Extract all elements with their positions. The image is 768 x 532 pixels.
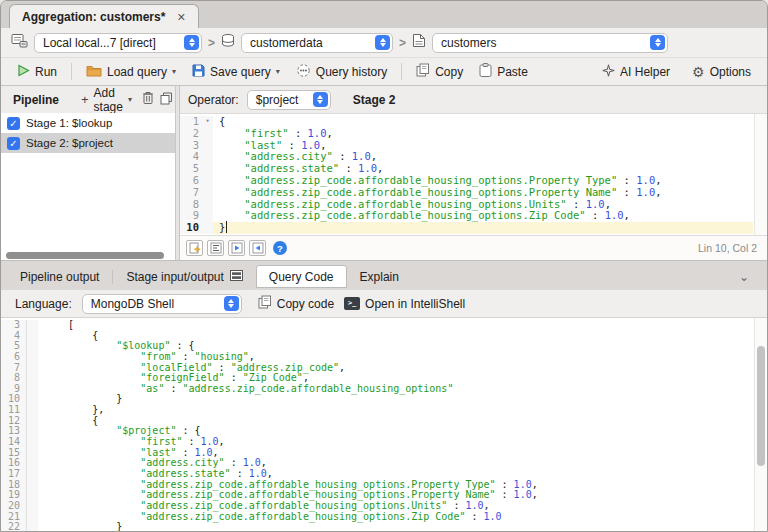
collection-select[interactable]: customers (432, 33, 668, 53)
terminal-icon: >_ (344, 297, 360, 310)
cursor-position-status: Lin 10, Col 2 (698, 242, 757, 254)
tab-title: Aggregation: customers* (22, 10, 165, 24)
fold-gutter (27, 394, 38, 405)
database-icon (221, 33, 235, 52)
tab-stage-input-output[interactable]: Stage input/output (113, 265, 255, 288)
pipeline-panel-header: Pipeline + Add stage ▾ (1, 86, 175, 113)
collection-icon (412, 33, 426, 52)
line-number[interactable]: 17 (1, 469, 27, 480)
stage-code-editor[interactable]: 1▾{2 "first" : 1.0,3 "last" : 1.0,4 "add… (180, 113, 767, 235)
chevron-down-icon[interactable]: ⌄ (739, 270, 749, 284)
add-stage-button[interactable]: + Add stage ▾ (79, 84, 134, 116)
copy-code-button[interactable]: Copy code (258, 295, 334, 312)
stage-list: ✓ Stage 1: $lookup ✓ Stage 2: $project (1, 113, 175, 250)
pipeline-panel: Pipeline + Add stage ▾ ✓ Stage 1: $looku… (1, 86, 176, 260)
paste-button[interactable]: Paste (473, 60, 534, 83)
line-number[interactable]: 10 (180, 222, 202, 234)
language-select[interactable]: MongoDB Shell (82, 294, 242, 314)
run-label: Run (35, 65, 57, 79)
duplicate-stage-icon[interactable] (160, 92, 173, 108)
fold-gutter (27, 501, 38, 512)
code-line[interactable]: 9 "address.zip_code.affordable_housing_o… (180, 210, 753, 222)
copy-label: Copy (435, 65, 463, 79)
code-text: [ (38, 320, 753, 331)
toolbar-separator (71, 63, 72, 80)
horizontal-scrollbar-thumb[interactable] (6, 252, 164, 259)
horizontal-scrollbar[interactable] (1, 250, 175, 260)
fold-gutter (27, 416, 38, 427)
fold-gutter (202, 163, 213, 175)
stage-label: Stage 2: $project (26, 137, 113, 149)
save-icon (192, 64, 205, 80)
connection-icon (11, 33, 28, 52)
options-button[interactable]: ⚙ Options (686, 62, 757, 82)
line-number[interactable]: 6 (180, 175, 202, 187)
code-line[interactable]: 3 [ (1, 320, 753, 331)
line-number[interactable]: 6 (1, 352, 27, 363)
fold-gutter (202, 128, 213, 140)
line-number[interactable]: 20 (1, 501, 27, 512)
query-history-button[interactable]: Query history (290, 60, 393, 84)
folder-icon (86, 64, 102, 80)
format-code-icon[interactable] (207, 240, 224, 256)
line-number[interactable]: 2 (180, 128, 202, 140)
delete-stage-icon[interactable] (142, 91, 154, 108)
load-query-button[interactable]: Load query ▾ (80, 61, 182, 83)
load-query-label: Load query (107, 65, 167, 79)
database-select[interactable]: customerdata (241, 33, 393, 53)
validate-icon[interactable] (186, 240, 203, 256)
fold-gutter (202, 151, 213, 163)
operator-row: Operator: $project Stage 2 (180, 86, 767, 113)
ai-helper-button[interactable]: AI Helper (596, 61, 676, 83)
tab-label: Pipeline output (20, 270, 99, 284)
tab-pipeline-output[interactable]: Pipeline output (7, 265, 112, 288)
vertical-scrollbar[interactable] (754, 114, 767, 235)
close-icon[interactable]: × (177, 10, 185, 24)
paste-icon (479, 63, 492, 80)
fold-gutter (27, 490, 38, 501)
save-query-button[interactable]: Save query ▾ (186, 61, 286, 83)
line-number[interactable]: 7 (180, 187, 202, 199)
code-line[interactable]: 11 }, (1, 405, 753, 416)
connection-select-value: Local local...7 [direct] (43, 36, 156, 50)
run-button[interactable]: Run (11, 61, 63, 83)
caret-down-icon: ▾ (128, 95, 132, 104)
stage-checkbox-icon[interactable]: ✓ (7, 137, 20, 150)
tab-label: Explain (360, 270, 399, 284)
stage-checkbox-icon[interactable]: ✓ (7, 117, 20, 130)
code-line[interactable]: 10 } (1, 394, 753, 405)
indent-left-icon[interactable] (249, 240, 266, 256)
operator-select[interactable]: $project (247, 90, 331, 110)
line-number[interactable]: 22 (1, 522, 27, 532)
vertical-scrollbar-thumb[interactable] (757, 346, 765, 466)
gear-icon: ⚙ (692, 65, 705, 79)
vertical-scrollbar[interactable] (754, 318, 767, 532)
stage-row-2[interactable]: ✓ Stage 2: $project (1, 133, 175, 153)
run-icon (17, 64, 30, 80)
connection-select[interactable]: Local local...7 [direct] (34, 33, 202, 53)
fold-gutter (27, 352, 38, 363)
fold-arrow-icon[interactable]: ▾ (202, 116, 213, 128)
copy-button[interactable]: Copy (410, 60, 469, 83)
code-line[interactable]: 10} (180, 222, 753, 234)
open-intellishell-button[interactable]: >_ Open in IntelliShell (344, 297, 465, 311)
help-icon[interactable]: ? (273, 241, 287, 255)
add-stage-label: Add stage (94, 86, 123, 114)
save-query-label: Save query (210, 65, 271, 79)
query-code-editor[interactable]: 3 [4 {5 "$lookup" : {6 "from" : "housing… (1, 318, 767, 532)
tab-query-code[interactable]: Query Code (256, 265, 347, 288)
stepper-icon (313, 92, 328, 107)
indent-right-icon[interactable] (228, 240, 245, 256)
pipeline-title: Pipeline (13, 93, 59, 107)
tab-aggregation-customers[interactable]: Aggregation: customers* × (9, 4, 199, 28)
breadcrumb-separator: > (208, 36, 215, 50)
language-label: Language: (15, 297, 72, 311)
language-select-value: MongoDB Shell (91, 297, 174, 311)
tab-label: Query Code (269, 270, 334, 284)
operator-select-value: $project (256, 93, 299, 107)
tab-explain[interactable]: Explain (347, 265, 412, 288)
code-text: "as" : "address.zip_code.affordable_hous… (38, 384, 753, 395)
code-line[interactable]: 22 } (1, 522, 753, 532)
database-select-value: customerdata (250, 36, 323, 50)
stage-row-1[interactable]: ✓ Stage 1: $lookup (1, 113, 175, 133)
